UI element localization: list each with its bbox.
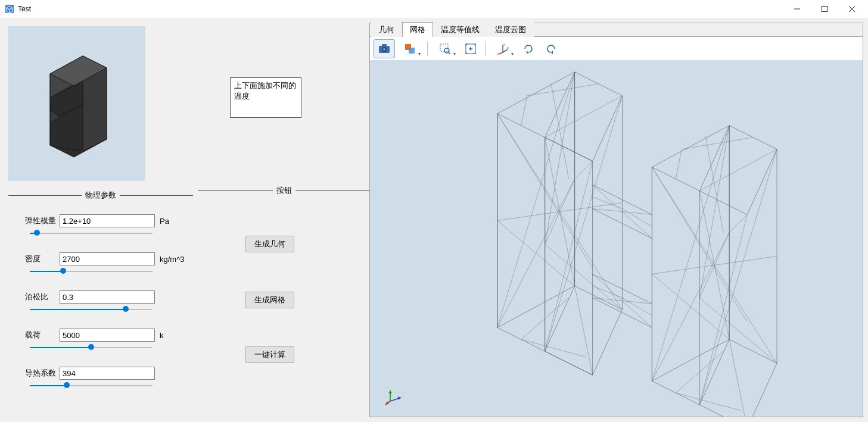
param-label-density: 密度 [25, 254, 56, 264]
density-slider[interactable] [30, 267, 153, 276]
svg-line-50 [699, 339, 729, 405]
description-box: 上下面施加不同的温度 [230, 77, 301, 118]
svg-marker-107 [385, 401, 389, 405]
svg-line-100 [729, 215, 747, 233]
geometry-preview [8, 26, 145, 181]
svg-point-15 [383, 48, 385, 51]
tab-isolines[interactable]: 温度等值线 [433, 22, 487, 37]
svg-line-74 [699, 298, 777, 363]
svg-line-46 [699, 126, 729, 191]
poisson-slider[interactable] [30, 305, 153, 314]
svg-marker-45 [652, 167, 699, 405]
svg-line-40 [545, 286, 575, 351]
svg-line-71 [699, 149, 777, 405]
toolbar-separator [485, 42, 486, 56]
svg-rect-18 [409, 48, 415, 54]
svg-line-70 [699, 149, 777, 191]
content-area: 上下面施加不同的温度 物理参数 按钮 弹性模量 Pa 密度 kg/m^3 泊松比 [0, 18, 868, 422]
svg-line-87 [622, 298, 652, 315]
viewer-tabs: 几何 网格 温度等值线 温度云图 [370, 23, 863, 36]
section-header-buttons: 按钮 [198, 186, 373, 195]
svg-line-26 [503, 49, 508, 52]
param-row-thermal-cond: 导热系数 [25, 367, 187, 380]
one-click-compute-button[interactable]: 一键计算 [245, 346, 294, 363]
thermal-cond-slider[interactable] [30, 381, 153, 390]
svg-line-77 [652, 233, 729, 382]
load-input[interactable] [60, 329, 155, 342]
transparency-icon[interactable] [396, 39, 424, 58]
svg-line-65 [497, 179, 575, 328]
svg-line-84 [593, 197, 623, 209]
rotate-cw-icon[interactable] [518, 39, 539, 58]
param-unit-elastic-modulus: Pa [158, 217, 169, 226]
svg-marker-44 [729, 126, 777, 363]
svg-line-63 [545, 72, 575, 245]
close-button[interactable] [838, 0, 866, 18]
svg-line-67 [545, 137, 593, 375]
zoom-extents-icon[interactable] [460, 39, 481, 58]
load-slider[interactable] [30, 343, 153, 352]
param-unit-density: kg/m^3 [158, 255, 185, 264]
svg-line-57 [497, 72, 575, 327]
viewer-panel: 几何 网格 温度等值线 温度云图 yzx [369, 23, 863, 417]
param-row-load: 载荷 k [25, 329, 187, 342]
svg-text:x: x [497, 52, 499, 55]
svg-rect-3 [822, 6, 827, 11]
svg-marker-35 [497, 114, 545, 351]
section-title-buttons: 按钮 [273, 185, 295, 196]
minimize-button[interactable] [783, 0, 811, 18]
svg-line-75 [699, 126, 729, 298]
tab-contour[interactable]: 温度云图 [487, 22, 534, 37]
svg-line-41 [593, 310, 623, 375]
elastic-modulus-slider[interactable] [30, 229, 153, 238]
axis-triad-icon [384, 386, 405, 406]
window-title: Test [18, 5, 31, 13]
svg-line-27 [499, 52, 503, 54]
axes-icon[interactable]: yzx [489, 39, 517, 58]
density-input[interactable] [60, 252, 155, 265]
svg-line-98 [575, 161, 593, 179]
svg-line-95 [705, 136, 723, 233]
maximize-button[interactable] [811, 0, 838, 18]
generate-geometry-button[interactable]: 生成几何 [245, 236, 294, 252]
svg-marker-105 [388, 390, 392, 393]
viewer-canvas[interactable] [370, 60, 863, 417]
param-label-load: 载荷 [25, 330, 56, 340]
param-row-density: 密度 kg/m^3 [25, 252, 187, 265]
thermal-cond-input[interactable] [60, 367, 155, 380]
svg-line-69 [652, 126, 729, 381]
svg-point-20 [444, 48, 449, 53]
svg-line-51 [747, 363, 777, 417]
svg-line-85 [622, 209, 652, 227]
elastic-modulus-input[interactable] [60, 214, 155, 227]
svg-line-49 [699, 405, 747, 417]
svg-line-92 [521, 339, 587, 357]
svg-line-99 [545, 179, 575, 245]
tab-mesh[interactable]: 网格 [402, 22, 433, 37]
poisson-input[interactable] [60, 290, 155, 304]
zoom-box-icon[interactable] [431, 39, 459, 58]
svg-text:z: z [507, 46, 509, 49]
camera-icon[interactable] [374, 39, 395, 58]
svg-marker-34 [575, 72, 623, 310]
svg-line-90 [551, 83, 569, 179]
svg-line-59 [545, 96, 623, 351]
param-row-elastic-modulus: 弹性模量 Pa [25, 214, 187, 227]
svg-line-93 [682, 137, 753, 149]
param-label-elastic-modulus: 弹性模量 [25, 215, 56, 226]
param-label-thermal-cond: 导热系数 [25, 368, 56, 379]
viewer-toolbar: yzx [370, 36, 863, 60]
svg-line-47 [747, 149, 777, 215]
generate-mesh-button[interactable]: 生成网格 [245, 292, 294, 308]
svg-line-21 [449, 52, 450, 54]
svg-line-58 [545, 96, 623, 137]
tab-geometry[interactable]: 几何 [371, 22, 402, 37]
svg-line-62 [545, 244, 623, 310]
toolbar-separator [427, 42, 428, 56]
svg-line-86 [593, 286, 623, 298]
rotate-ccw-icon[interactable] [540, 39, 562, 58]
svg-rect-16 [382, 44, 387, 46]
svg-line-37 [593, 96, 623, 161]
param-unit-load: k [158, 331, 164, 340]
section-header-params: 物理参数 [8, 190, 193, 200]
